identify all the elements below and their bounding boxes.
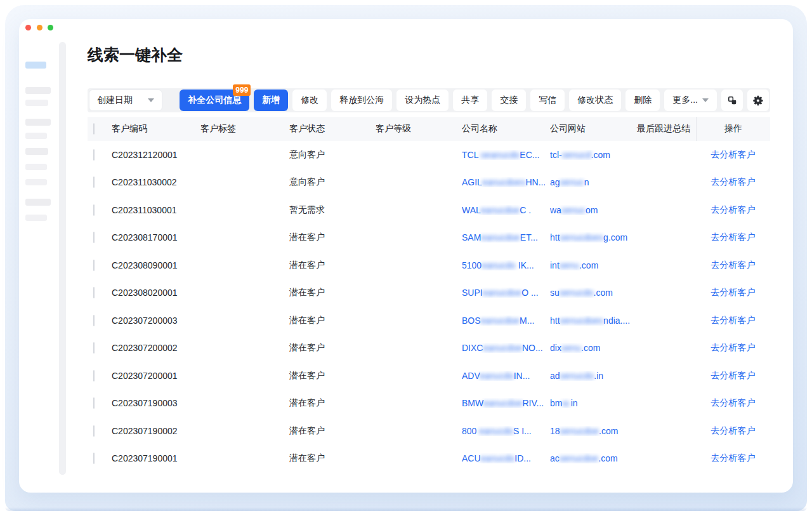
row-checkbox[interactable] <box>93 204 95 216</box>
share-button[interactable]: 共享 <box>453 90 487 111</box>
analyze-customer-link[interactable]: 去分析客户 <box>711 315 756 325</box>
row-checkbox[interactable] <box>93 232 95 243</box>
release-to-pool-button[interactable]: 释放到公海 <box>331 90 392 111</box>
actions-cell: 去分析客户 <box>696 397 770 409</box>
customer-status-cell: 潜在客户 <box>284 425 370 437</box>
company-website-link[interactable]: tcl-oenucd.com <box>550 150 610 160</box>
settings-button[interactable] <box>747 90 769 111</box>
actions-cell: 去分析客户 <box>696 287 770 298</box>
redacted-text: eanucdoes <box>482 177 526 187</box>
company-name-cell: ACUeanucdoID... <box>457 453 545 463</box>
handover-button[interactable]: 交接 <box>492 90 526 111</box>
row-checkbox[interactable] <box>93 315 95 326</box>
redacted-text: oenuc <box>561 205 586 215</box>
complete-company-info-button[interactable]: 补全公司信息 999 <box>180 90 249 111</box>
analyze-customer-link[interactable]: 去分析客户 <box>711 260 756 270</box>
refresh-button[interactable] <box>721 90 743 111</box>
analyze-customer-link[interactable]: 去分析客户 <box>711 149 756 159</box>
company-website-link[interactable]: bmw.in <box>550 398 578 408</box>
close-button[interactable] <box>25 25 31 30</box>
add-button[interactable]: 新增 <box>254 90 288 111</box>
company-website-cell: intoenu.com <box>545 260 632 270</box>
actions-cell: 去分析客户 <box>696 232 770 243</box>
date-filter-dropdown[interactable]: 创建日期 <box>89 90 162 111</box>
actions-cell: 去分析客户 <box>696 370 770 382</box>
sidebar-item-5[interactable] <box>25 148 48 155</box>
company-website-link[interactable]: waoenucom <box>550 205 598 215</box>
row-checkbox[interactable] <box>93 260 95 271</box>
minimize-button[interactable] <box>37 25 43 30</box>
sidebar-item-7[interactable] <box>25 179 47 185</box>
set-hotspot-button[interactable]: 设为热点 <box>396 90 449 111</box>
row-checkbox[interactable] <box>93 342 95 354</box>
company-name-link[interactable]: TCL oeanucdoEC... <box>462 150 539 160</box>
company-name-link[interactable]: SUPIeanucdoeO ... <box>462 288 539 298</box>
company-website-link[interactable]: httoenucdoesndia.... <box>550 315 630 326</box>
column-header-actions: 操作 <box>696 117 770 141</box>
analyze-customer-link[interactable]: 去分析客户 <box>711 397 756 408</box>
row-checkbox[interactable] <box>93 176 95 188</box>
company-website-cell: acoenucdoe.com <box>545 453 632 463</box>
company-website-link[interactable]: 18oenucdoe.com <box>550 426 618 436</box>
row-checkbox[interactable] <box>93 370 95 382</box>
analyze-customer-link[interactable]: 去分析客户 <box>711 232 756 242</box>
analyze-customer-link[interactable]: 去分析客户 <box>711 176 756 187</box>
customer-status-cell: 潜在客户 <box>284 370 370 382</box>
company-name-link[interactable]: ACUeanucdoID... <box>462 453 531 463</box>
redacted-text: eanucdoe <box>483 398 523 408</box>
customer-status-cell: 潜在客户 <box>284 315 370 326</box>
scrollbar-track[interactable] <box>59 42 66 475</box>
company-name-link[interactable]: BOSeanucdoeM... <box>462 315 534 326</box>
company-name-link[interactable]: SAMeanucdoeET... <box>462 232 538 242</box>
company-website-link[interactable]: adoenucdo.in <box>550 371 603 381</box>
analyze-customer-link[interactable]: 去分析客户 <box>711 425 756 435</box>
analyze-customer-link[interactable]: 去分析客户 <box>711 370 756 380</box>
edit-button[interactable]: 修改 <box>292 90 327 111</box>
sidebar-item-9[interactable] <box>25 215 47 221</box>
sidebar-item-active[interactable] <box>25 62 46 69</box>
company-website-link[interactable]: agoenucn <box>550 177 589 187</box>
sidebar-item-1[interactable] <box>25 87 51 94</box>
write-email-button[interactable]: 写信 <box>530 90 565 111</box>
company-name-link[interactable]: 5100eanucdo IK... <box>462 260 534 270</box>
change-status-button[interactable]: 修改状态 <box>569 90 621 111</box>
sidebar-item-4[interactable] <box>25 133 47 139</box>
company-website-cell: bmw.in <box>545 398 632 408</box>
row-checkbox[interactable] <box>93 453 95 464</box>
company-name-cell: ADVeanucdoIN... <box>457 371 545 381</box>
company-name-link[interactable]: ADVeanucdoIN... <box>462 371 530 381</box>
row-checkbox[interactable] <box>93 149 95 161</box>
sidebar-item-3[interactable] <box>25 119 51 126</box>
analyze-customer-link[interactable]: 去分析客户 <box>711 453 756 463</box>
company-website-link[interactable]: suoenucdo.com <box>550 288 613 298</box>
toolbar: 创建日期 补全公司信息 999 新增 修改 释放到公海 设为热点 共享 交接 <box>88 88 770 112</box>
delete-button[interactable]: 删除 <box>625 90 660 111</box>
customer-status-cell: 潜在客户 <box>284 453 370 464</box>
customer-code-cell: C202311030002 <box>107 177 195 187</box>
analyze-customer-link[interactable]: 去分析客户 <box>711 287 756 297</box>
row-checkbox[interactable] <box>93 425 95 437</box>
sidebar-item-8[interactable] <box>25 199 51 206</box>
sidebar-item-6[interactable] <box>25 164 47 170</box>
company-name-link[interactable]: 800 eanucdoS I... <box>462 426 532 436</box>
company-name-link[interactable]: DIXCeanucdoeNO... <box>462 343 543 353</box>
redacted-text: eanucdoe <box>481 205 520 215</box>
zoom-button[interactable] <box>48 25 53 30</box>
company-website-link[interactable]: httoenucdoesg.com <box>550 232 627 242</box>
company-website-link[interactable]: dixoenu.com <box>550 343 600 353</box>
company-name-link[interactable]: AGILeanucdoesHN... <box>462 177 545 187</box>
company-name-link[interactable]: WALeanucdoeC . <box>462 205 531 215</box>
actions-cell: 去分析客户 <box>696 315 770 326</box>
redacted-text: w. <box>562 398 570 408</box>
company-website-link[interactable]: intoenu.com <box>550 260 598 270</box>
row-checkbox[interactable] <box>93 397 95 409</box>
company-website-cell: agoenucn <box>545 177 632 187</box>
more-button[interactable]: 更多... <box>664 90 717 111</box>
analyze-customer-link[interactable]: 去分析客户 <box>711 342 756 352</box>
company-website-link[interactable]: acoenucdoe.com <box>550 453 618 463</box>
analyze-customer-link[interactable]: 去分析客户 <box>711 204 756 215</box>
sidebar-item-2[interactable] <box>25 100 48 106</box>
select-all-checkbox[interactable] <box>93 123 95 135</box>
row-checkbox[interactable] <box>93 287 95 298</box>
company-name-link[interactable]: BMWeanucdoeRIV... <box>462 398 544 408</box>
